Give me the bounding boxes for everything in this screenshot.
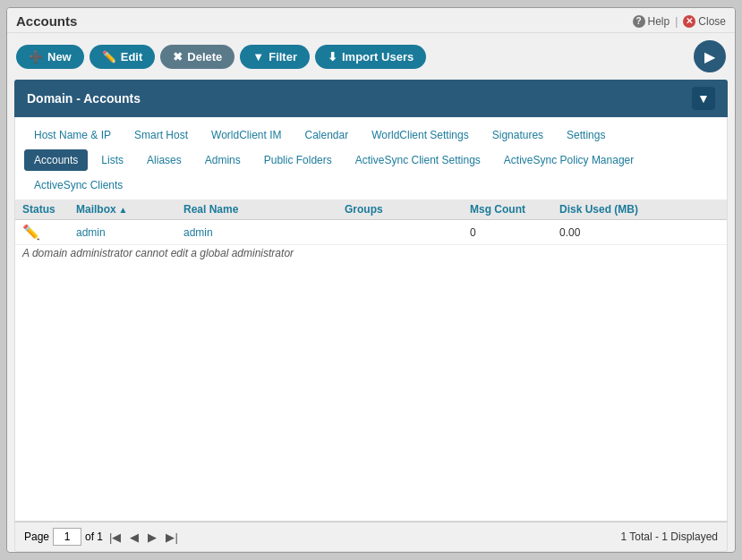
collapse-button[interactable]: ▼ xyxy=(692,87,715,110)
tab-aliases[interactable]: Aliases xyxy=(137,149,192,171)
row-real-name[interactable]: admin xyxy=(183,226,345,239)
table-header: Status Mailbox Real Name Groups Msg Coun… xyxy=(15,199,727,220)
tab-accounts[interactable]: Accounts xyxy=(24,149,88,171)
domain-title: Domain - Accounts xyxy=(27,91,141,106)
nav-arrow-button[interactable]: ▶ xyxy=(694,40,726,72)
tab-row-3: ActiveSync Clients xyxy=(24,174,718,196)
filter-button[interactable]: ▼ Filter xyxy=(240,45,310,69)
tab-smart-host[interactable]: Smart Host xyxy=(124,124,198,146)
import-button[interactable]: ⬇ Import Users xyxy=(315,45,426,69)
tabs-container: Host Name & IP Smart Host WorldClient IM… xyxy=(14,117,728,199)
help-link[interactable]: ? Help xyxy=(633,15,670,28)
tab-public-folders[interactable]: Public Folders xyxy=(254,149,342,171)
next-page-button[interactable]: ▶ xyxy=(145,530,159,545)
row-status: ✏️ xyxy=(22,224,76,241)
chevron-down-icon: ▼ xyxy=(697,91,710,106)
page-label: Page xyxy=(24,530,49,543)
main-window: Accounts ? Help | ✕ Close ➕ New ✏️ Edit … xyxy=(6,7,736,553)
new-button[interactable]: ➕ New xyxy=(16,45,84,69)
tab-worldclient-im[interactable]: WorldClient IM xyxy=(201,124,291,146)
col-status[interactable]: Status xyxy=(22,203,76,216)
window-title: Accounts xyxy=(16,13,77,29)
row-disk-used: 0.00 xyxy=(559,226,667,239)
toolbar: ➕ New ✏️ Edit ✖ Delete ▼ Filter ⬇ Import… xyxy=(7,33,735,80)
edit-icon: ✏️ xyxy=(102,50,116,64)
tab-row-2: Accounts Lists Aliases Admins Public Fol… xyxy=(24,149,718,171)
tab-worldclient-settings[interactable]: WorldClient Settings xyxy=(362,124,479,146)
plus-icon: ➕ xyxy=(29,50,43,64)
page-input[interactable] xyxy=(53,528,81,546)
domain-header: Domain - Accounts ▼ xyxy=(14,80,728,117)
filter-icon: ▼ xyxy=(252,50,264,64)
title-actions: ? Help | ✕ Close xyxy=(633,15,727,28)
arrow-right-icon: ▶ xyxy=(704,48,715,65)
last-page-button[interactable]: ▶| xyxy=(163,530,180,545)
tab-hostname-ip[interactable]: Host Name & IP xyxy=(24,124,121,146)
import-icon: ⬇ xyxy=(328,50,337,64)
col-disk-used[interactable]: Disk Used (MB) xyxy=(559,203,667,216)
delete-button[interactable]: ✖ Delete xyxy=(160,45,235,69)
content-area: Status Mailbox Real Name Groups Msg Coun… xyxy=(14,199,728,522)
page-controls: Page of 1 |◀ ◀ ▶ ▶| xyxy=(24,528,181,546)
close-icon: ✕ xyxy=(683,15,695,28)
title-bar: Accounts ? Help | ✕ Close xyxy=(7,8,735,33)
tab-admins[interactable]: Admins xyxy=(195,149,251,171)
tab-calendar[interactable]: Calendar xyxy=(295,124,359,146)
table-row[interactable]: ✏️ admin admin 0 0.00 xyxy=(15,220,727,245)
col-mailbox[interactable]: Mailbox xyxy=(76,203,183,216)
admin-note: A domain administrator cannot edit a glo… xyxy=(15,245,727,261)
tab-row-1: Host Name & IP Smart Host WorldClient IM… xyxy=(24,124,718,146)
help-icon: ? xyxy=(633,15,645,28)
col-real-name[interactable]: Real Name xyxy=(183,203,345,216)
col-groups[interactable]: Groups xyxy=(345,203,470,216)
tab-lists[interactable]: Lists xyxy=(91,149,133,171)
tab-activesync-policy-manager[interactable]: ActiveSync Policy Manager xyxy=(494,149,644,171)
total-label: 1 Total - 1 Displayed xyxy=(620,530,718,543)
tab-activesync-clients[interactable]: ActiveSync Clients xyxy=(24,174,132,196)
first-page-button[interactable]: |◀ xyxy=(107,530,124,545)
close-link[interactable]: ✕ Close xyxy=(683,15,726,28)
tab-activesync-client-settings[interactable]: ActiveSync Client Settings xyxy=(345,149,490,171)
pagination-bar: Page of 1 |◀ ◀ ▶ ▶| 1 Total - 1 Displaye… xyxy=(14,522,728,552)
col-msg-count[interactable]: Msg Count xyxy=(470,203,559,216)
delete-icon: ✖ xyxy=(173,50,183,64)
tab-signatures[interactable]: Signatures xyxy=(482,124,553,146)
row-mailbox[interactable]: admin xyxy=(76,226,183,239)
row-msg-count: 0 xyxy=(470,226,559,239)
tab-settings[interactable]: Settings xyxy=(557,124,615,146)
edit-button[interactable]: ✏️ Edit xyxy=(90,45,156,69)
prev-page-button[interactable]: ◀ xyxy=(127,530,141,545)
of-label: of 1 xyxy=(85,530,103,543)
